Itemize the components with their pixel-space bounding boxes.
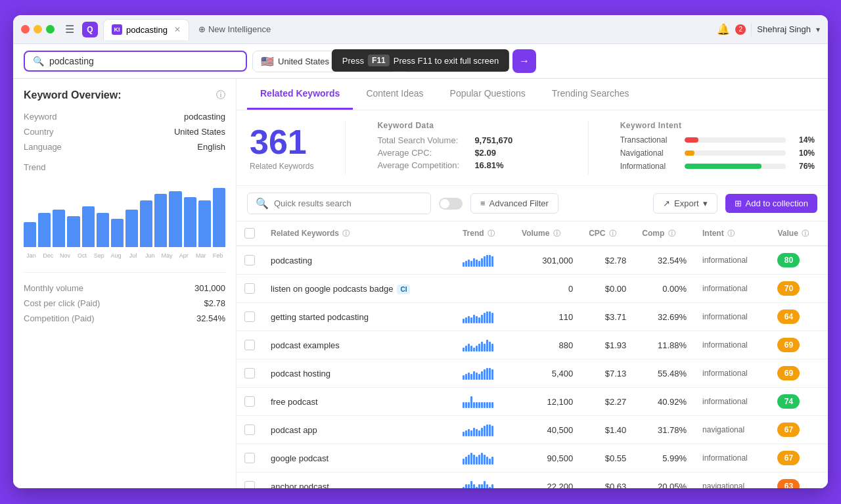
chart-bar	[53, 210, 65, 247]
search-box[interactable]: 🔍	[24, 51, 247, 72]
intent-title: Keyword Intent	[620, 121, 815, 130]
search-go-button[interactable]: →	[512, 49, 536, 73]
tab-trending-searches[interactable]: Trending Searches	[539, 79, 643, 110]
trend-bar	[465, 317, 467, 323]
chart-label-sep: Sep	[91, 252, 106, 259]
search-row: 🔍 Press F11 Press F11 to exit full scree…	[13, 44, 828, 79]
col-intent-info[interactable]: ⓘ	[727, 229, 735, 237]
trend-bar	[489, 487, 491, 488]
chart-label-dec: Dec	[41, 252, 56, 259]
monthly-volume-label: Monthly volume	[24, 283, 83, 293]
user-menu-chevron[interactable]: ▾	[816, 25, 820, 34]
minimize-button[interactable]	[34, 25, 42, 34]
hamburger-icon[interactable]: ☰	[65, 23, 74, 35]
comp-cell: 31.78%	[634, 416, 694, 444]
trend-cell	[455, 416, 514, 444]
add-to-collection-button[interactable]: ⊞ Add to collection	[725, 194, 817, 213]
panel-tabs: Related Keywords Content Ideas Popular Q…	[237, 79, 828, 110]
trend-mini	[463, 282, 506, 295]
col-value-info[interactable]: ⓘ	[802, 229, 809, 237]
intent-row: Transactional 14%	[620, 135, 815, 145]
new-tab-label: New Intelligence	[208, 24, 271, 34]
keyword-cell: anchor podcast	[263, 472, 455, 489]
metrics-section: Monthly volume 301,000 Cost per click (P…	[24, 272, 225, 323]
intent-label: Informational	[620, 162, 679, 171]
trend-bar	[484, 369, 486, 380]
toggle-switch[interactable]	[439, 198, 463, 210]
trend-bar	[465, 261, 467, 267]
trend-mini	[463, 451, 506, 465]
new-tab-button[interactable]: ⊕ New Intelligence	[192, 21, 277, 37]
row-checkbox-0[interactable]	[244, 255, 255, 265]
value-badge: 70	[777, 281, 800, 296]
trend-bar	[489, 368, 491, 380]
tab-label: podcasting	[126, 25, 168, 35]
row-checkbox-1[interactable]	[244, 283, 255, 294]
tooltip-text: Press F11 to exit full screen	[394, 56, 499, 66]
avg-cpc-value: $2.09	[474, 148, 496, 158]
advanced-filter-button[interactable]: ≡ Advanced Filter	[470, 193, 558, 214]
col-comp-info[interactable]: ⓘ	[668, 229, 675, 237]
trend-mini	[463, 395, 506, 408]
row-checkbox-8[interactable]	[244, 481, 255, 488]
trend-bar	[478, 430, 480, 436]
trend-bar	[486, 484, 488, 489]
sidebar-title: Keyword Overview:	[24, 89, 122, 101]
quick-search-box[interactable]: 🔍	[247, 193, 431, 214]
comp-cell: 5.99%	[634, 444, 694, 472]
trend-bar	[478, 402, 480, 408]
row-checkbox-3[interactable]	[244, 340, 255, 350]
chart-labels: Jan Dec Nov Oct Sep Aug Jul Jun May Apr …	[24, 252, 225, 259]
tab-close-icon[interactable]: ✕	[174, 25, 181, 34]
row-checkbox-2[interactable]	[244, 311, 255, 322]
trend-bar	[468, 484, 470, 489]
monthly-volume-value: 301,000	[194, 283, 225, 293]
trend-bar	[481, 428, 483, 437]
col-trend-info[interactable]: ⓘ	[488, 229, 495, 237]
keyword-data-section: Keyword Data Total Search Volume: 9,751,…	[361, 121, 572, 175]
trend-bar	[463, 262, 465, 267]
close-button[interactable]	[21, 25, 30, 34]
select-all-checkbox[interactable]	[244, 228, 255, 239]
related-count: 361	[250, 125, 313, 159]
search-input[interactable]	[49, 56, 238, 66]
col-keywords-info[interactable]: ⓘ	[342, 229, 350, 237]
bell-icon[interactable]: 🔔	[717, 23, 730, 35]
tab-related-keywords[interactable]: Related Keywords	[247, 79, 353, 110]
quick-search-input[interactable]	[274, 198, 422, 208]
trend-section: Trend Jan Dec Nov Oct Sep Aug Jul Jun Ma…	[24, 162, 225, 259]
info-icon[interactable]: ⓘ	[216, 89, 225, 101]
row-checkbox-4[interactable]	[244, 368, 255, 378]
trend-bar	[481, 402, 483, 408]
col-volume-info[interactable]: ⓘ	[553, 229, 560, 237]
trend-bar	[491, 484, 493, 489]
quick-search-icon: 🔍	[256, 197, 269, 210]
value-cell: 74	[769, 388, 828, 416]
export-button[interactable]: ↗ Export ▾	[653, 193, 717, 214]
row-checkbox-5[interactable]	[244, 396, 255, 407]
chart-label-jan: Jan	[24, 252, 39, 259]
search-icon: 🔍	[33, 56, 44, 66]
col-cpc: CPC ⓘ	[581, 221, 634, 246]
intent-cell: informational	[694, 246, 769, 275]
row-checkbox-6[interactable]	[244, 424, 255, 435]
intent-bar-fill	[685, 137, 699, 143]
row-checkbox-7[interactable]	[244, 453, 255, 463]
intent-cell: informational	[694, 359, 769, 388]
tab-popular-questions[interactable]: Popular Questions	[437, 79, 539, 110]
export-label: Export	[674, 198, 699, 208]
trend-bar	[486, 368, 488, 380]
tab-content-ideas[interactable]: Content Ideas	[353, 79, 436, 110]
fullscreen-button[interactable]	[46, 25, 55, 34]
trend-cell	[455, 388, 514, 416]
tab-podcasting[interactable]: KI podcasting ✕	[103, 19, 189, 40]
value-badge: 67	[777, 451, 800, 465]
cpc-row: Cost per click (Paid) $2.78	[24, 298, 225, 308]
trend-bar	[489, 255, 491, 267]
trend-bar	[468, 402, 470, 408]
cpc-label: Cost per click (Paid)	[24, 298, 100, 308]
chart-bar	[97, 213, 109, 247]
col-cpc-info[interactable]: ⓘ	[609, 229, 616, 237]
intent-bar-fill	[685, 164, 761, 169]
trend-bar	[463, 487, 465, 488]
